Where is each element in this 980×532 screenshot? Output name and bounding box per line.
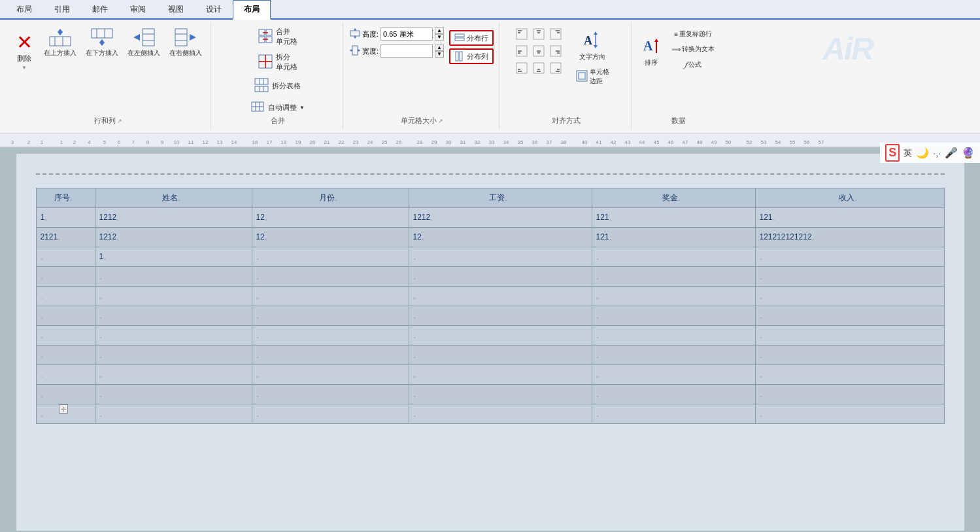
auto-adjust-dropdown[interactable]: ▼: [299, 105, 305, 111]
table-cell[interactable]: 1212。: [95, 208, 252, 228]
split-table-button[interactable]: 拆分表格: [218, 76, 337, 96]
align-middle-right-button[interactable]: [548, 43, 564, 59]
sogou-moon-icon[interactable]: 🌙: [916, 147, 929, 159]
text-direction-button[interactable]: A 文字方向: [566, 26, 618, 65]
table-cell[interactable]: 。: [755, 326, 944, 346]
table-cell[interactable]: 。: [755, 404, 944, 424]
header-bonus[interactable]: 奖金。: [592, 188, 755, 208]
table-cell[interactable]: 。: [36, 365, 95, 385]
table-cell[interactable]: 。: [592, 385, 755, 404]
sogou-more-icon[interactable]: 🔮: [962, 147, 975, 159]
table-cell[interactable]: 。: [36, 385, 95, 404]
table-cell[interactable]: 。: [755, 287, 944, 306]
table-cell[interactable]: 。: [409, 326, 592, 346]
table-cell[interactable]: 。: [755, 267, 944, 287]
table-cell[interactable]: 。: [36, 247, 95, 267]
align-top-center-button[interactable]: [531, 26, 547, 42]
table-cell[interactable]: 。: [95, 404, 252, 424]
tab-kaishi[interactable]: 引用: [43, 0, 81, 20]
table-cell[interactable]: 。: [252, 346, 409, 365]
table-cell[interactable]: 。: [252, 287, 409, 306]
width-input[interactable]: [380, 44, 433, 58]
tab-charu[interactable]: 邮件: [81, 0, 119, 20]
table-cell[interactable]: 。: [592, 346, 755, 365]
insert-left-button[interactable]: 在左侧插入: [124, 25, 163, 77]
align-middle-left-button[interactable]: [514, 43, 530, 59]
table-cell[interactable]: 。: [252, 385, 409, 404]
delete-button[interactable]: ✕ 删除 ▼: [10, 25, 38, 77]
table-cell[interactable]: 。: [36, 287, 95, 306]
table-cell[interactable]: 。: [95, 287, 252, 306]
distribute-row-button[interactable]: 分布行: [449, 30, 494, 46]
sogou-mic-icon[interactable]: 🎤: [945, 147, 958, 159]
table-cell[interactable]: 12。: [409, 228, 592, 247]
tab-wenjian[interactable]: 布局: [5, 0, 43, 20]
table-cell[interactable]: 2121。: [36, 228, 95, 247]
height-up-arrow[interactable]: ▲: [435, 27, 444, 34]
table-cell[interactable]: 。: [409, 247, 592, 267]
table-cell[interactable]: 。: [409, 404, 592, 424]
table-cell[interactable]: 121。: [755, 208, 944, 228]
table-cell[interactable]: 。: [252, 247, 409, 267]
sogou-lang[interactable]: 英: [904, 147, 912, 159]
table-cell[interactable]: 。: [755, 365, 944, 385]
insert-below-button[interactable]: 在下方插入: [82, 25, 122, 77]
repeat-header-button[interactable]: ≡ 重复标题行: [667, 27, 719, 41]
width-down-arrow[interactable]: ▼: [435, 51, 444, 58]
align-bottom-center-button[interactable]: [531, 60, 547, 76]
table-cell[interactable]: 。: [95, 306, 252, 326]
width-up-arrow[interactable]: ▲: [435, 44, 444, 51]
table-cell[interactable]: 。: [252, 404, 409, 424]
align-middle-center-button[interactable]: [531, 43, 547, 59]
align-top-right-button[interactable]: [548, 26, 564, 42]
merge-cells-button[interactable]: 合并单元格: [218, 25, 337, 48]
table-move-handle[interactable]: ✛: [59, 404, 68, 414]
table-cell[interactable]: 。: [95, 267, 252, 287]
tab-shengyue[interactable]: 设计: [195, 0, 233, 20]
table-cell[interactable]: 。: [36, 306, 95, 326]
table-cell[interactable]: 。: [36, 326, 95, 346]
table-cell[interactable]: 。: [252, 326, 409, 346]
align-bottom-left-button[interactable]: [514, 60, 530, 76]
table-cell[interactable]: 。: [592, 287, 755, 306]
table-cell[interactable]: 121。: [592, 228, 755, 247]
tab-youjian[interactable]: 视图: [157, 0, 195, 20]
table-cell[interactable]: 1212。: [409, 208, 592, 228]
table-cell[interactable]: 1。: [95, 247, 252, 267]
table-cell[interactable]: 。: [755, 346, 944, 365]
tab-buju[interactable]: 布局: [233, 0, 271, 20]
table-cell[interactable]: 。: [592, 404, 755, 424]
table-cell[interactable]: 。: [95, 346, 252, 365]
align-bottom-right-button[interactable]: [548, 60, 564, 76]
header-salary[interactable]: 工资。: [409, 188, 592, 208]
tab-yinyong[interactable]: 审阅: [119, 0, 157, 20]
table-cell[interactable]: 1212。: [95, 228, 252, 247]
align-top-left-button[interactable]: [514, 26, 530, 42]
sort-button[interactable]: A 排序: [638, 26, 664, 79]
header-name[interactable]: 姓名。: [95, 188, 252, 208]
table-cell[interactable]: 121。: [592, 208, 755, 228]
table-cell[interactable]: 。: [409, 267, 592, 287]
table-cell[interactable]: 1。: [36, 208, 95, 228]
header-month[interactable]: 月份。: [252, 188, 409, 208]
header-seqno[interactable]: 序号。: [36, 188, 95, 208]
table-cell[interactable]: 。: [36, 346, 95, 365]
table-cell[interactable]: 。: [592, 247, 755, 267]
table-cell[interactable]: 121212121212。: [755, 228, 944, 247]
table-cell[interactable]: 。: [252, 267, 409, 287]
distribute-col-button[interactable]: 分布列: [449, 48, 494, 64]
table-cell[interactable]: 12。: [252, 228, 409, 247]
table-cell[interactable]: 。: [36, 267, 95, 287]
sogou-dot-icon[interactable]: ·,·: [933, 148, 941, 158]
header-income[interactable]: 收入。: [755, 188, 944, 208]
auto-adjust-button[interactable]: 自动调整 ▼: [218, 98, 337, 117]
table-cell[interactable]: 12。: [252, 208, 409, 228]
table-cell[interactable]: 。: [95, 326, 252, 346]
table-cell[interactable]: 。: [409, 306, 592, 326]
table-cell[interactable]: 。: [95, 385, 252, 404]
table-cell[interactable]: 。: [592, 326, 755, 346]
table-cell[interactable]: 。: [755, 247, 944, 267]
table-cell[interactable]: 。: [95, 365, 252, 385]
table-cell[interactable]: 。: [252, 365, 409, 385]
table-cell[interactable]: 。: [252, 306, 409, 326]
